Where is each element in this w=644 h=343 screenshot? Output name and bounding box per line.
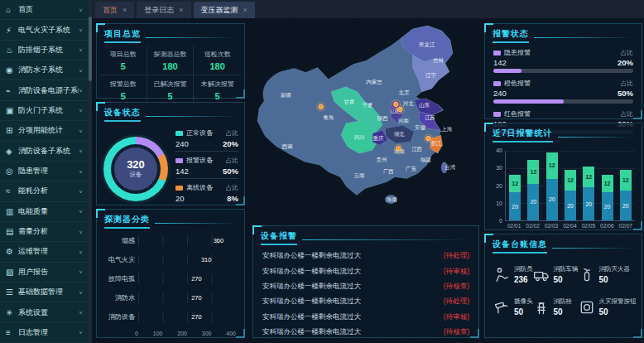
province-label[interactable]: 青海 (323, 114, 334, 121)
tab[interactable]: 登录日志 × (137, 2, 190, 18)
province-label[interactable]: 吉林 (433, 57, 445, 64)
panel-week-alarm-stats: 近7日报警统计 403020100 12 20 12 20 (484, 123, 642, 230)
alarm-count: 240 (493, 89, 618, 98)
legend-value: 20 (175, 194, 227, 203)
stat-label: 探测器总数 (147, 50, 194, 59)
x-axis-tick: 02/05 (580, 223, 597, 229)
province-label[interactable]: 浙江 (430, 140, 442, 147)
sidebar-item[interactable]: ⚙ 运维管理 ∨ (0, 242, 89, 262)
sidebar-item-icon: ♨ (6, 46, 18, 55)
province-label[interactable]: 江苏 (425, 114, 436, 121)
china-map[interactable]: 新疆西藏青海甘肃内蒙古黑龙江吉林辽宁北京河北山西山东河南江苏安徽上海浙江江西福建… (248, 22, 481, 225)
sidebar-item-label: 消防水子系统 (18, 65, 79, 75)
alarm-row[interactable]: 安科瑞办公楼一楼剩余电流过大 (待核查) (253, 325, 478, 340)
sidebar-item[interactable]: ◈ 消防设备子系统 ∨ (0, 142, 89, 162)
province-label[interactable]: 云南 (353, 172, 365, 178)
stat-value: 180 (194, 61, 241, 71)
province-label[interactable]: 台湾 (445, 164, 456, 171)
sidebar-item[interactable]: ⊞ 分项用能统计 ∨ (0, 121, 89, 141)
bar: 270 (138, 292, 204, 303)
sidebar-item[interactable]: ◉ 消防水子系统 ∨ (0, 60, 89, 80)
stat-cell: 报警总数 5 (100, 75, 147, 104)
sidebar-item-label: 系统设置 (18, 307, 79, 318)
province-label[interactable]: 福建 (421, 157, 432, 163)
alarm-row[interactable]: 安科瑞办公楼一楼剩余电流过大 (待处理) (253, 340, 478, 343)
province-label[interactable]: 陕西 (377, 115, 389, 122)
province-label[interactable]: 甘肃 (344, 99, 355, 104)
province-label[interactable]: 黑龙江 (419, 41, 435, 48)
province-label[interactable]: 湖北 (394, 131, 406, 138)
chevron-down-icon: ∨ (79, 310, 83, 315)
province-label[interactable]: 内蒙古 (366, 79, 382, 85)
province-label[interactable]: 河南 (398, 118, 410, 124)
province-label[interactable]: 辽宁 (425, 72, 437, 78)
bar-segment-blue: 20 (546, 179, 558, 220)
stacked-bar: 12 20 (546, 151, 558, 220)
alarm-row[interactable]: 安科瑞办公楼一楼剩余电流过大 (待审核) (253, 310, 478, 325)
sidebar-item[interactable]: ▥ 电能质量 ∨ (0, 202, 89, 222)
detector-bar-row: 烟感 360 (102, 235, 236, 246)
chevron-down-icon: ∨ (79, 209, 83, 214)
province-label[interactable]: 广东 (406, 166, 417, 172)
sidebar-item[interactable]: ⌂ 首页 ∨ (0, 0, 89, 20)
province-label[interactable]: 上海 (441, 126, 453, 133)
alarm-status-badge: (待审核) (444, 312, 469, 322)
province-label[interactable]: 安徽 (415, 124, 426, 131)
bar-value: 310 (201, 256, 212, 263)
sidebar-item[interactable]: ▣ 防火门子系统 ∨ (0, 101, 89, 121)
sidebar-item[interactable]: ◎ 隐患管理 ∨ (0, 162, 89, 181)
panel-alarm-status: 报警状态 隐患报警 占比 142 20% (484, 23, 642, 119)
province-label[interactable]: 广西 (383, 168, 395, 175)
province-label[interactable]: 宁夏 (362, 102, 372, 109)
alarm-point[interactable] (426, 136, 431, 141)
sidebar-item[interactable]: ≡ 日志管理 ∨ (0, 323, 89, 343)
province-label[interactable]: 西藏 (281, 143, 294, 150)
province-label[interactable]: 海南 (387, 196, 398, 203)
sidebar-item-label: 能耗分析 (18, 186, 79, 196)
sidebar-item-icon: ⌁ (6, 86, 18, 95)
sidebar-item-icon: ▥ (6, 207, 18, 216)
tab[interactable]: 首页 × (95, 2, 134, 18)
sidebar-item-icon: ⊞ (6, 126, 18, 135)
sidebar-item-icon: ◈ (6, 147, 18, 156)
sidebar-item[interactable]: ▤ 需量分析 ∨ (0, 222, 89, 242)
sidebar-item[interactable]: ▧ 用户报告 ∨ (0, 263, 89, 283)
x-axis-tick: 02/06 (598, 223, 615, 229)
alarm-row[interactable]: 安科瑞办公楼一楼剩余电流过大 (待审核) (253, 263, 478, 278)
alarm-point[interactable] (393, 102, 398, 107)
legend-swatch (175, 186, 183, 191)
alarm-type-label: 红色报警 (504, 109, 621, 118)
tab-bar: 首页 × 登录日志 × 变压器监测 × (92, 0, 644, 18)
alarm-row[interactable]: 安科瑞办公楼一楼剩余电流过大 (待处理) (253, 249, 478, 263)
bar-track: 360 (138, 235, 236, 246)
province-label[interactable]: 北京 (399, 89, 411, 96)
province-label[interactable]: 山东 (419, 102, 430, 108)
chevron-down-icon: ∨ (79, 189, 83, 194)
close-icon[interactable]: × (243, 6, 248, 14)
sidebar-item[interactable]: ≈ 能耗分析 ∨ (0, 181, 89, 201)
alarm-point[interactable] (319, 104, 324, 109)
sidebar-item-label: 电能质量 (18, 206, 79, 217)
province-label[interactable]: 四川 (353, 134, 364, 141)
province-label[interactable]: 新疆 (281, 92, 292, 99)
tab[interactable]: 变压器监测 × (194, 2, 255, 18)
province-label[interactable]: 江西 (411, 146, 423, 152)
province-label[interactable]: 重庆 (373, 135, 385, 141)
sidebar-item[interactable]: ⌁ 消防设备电源子系统 ∨ (0, 80, 89, 100)
sidebar-item[interactable]: ☰ 基础数据管理 ∨ (0, 283, 89, 302)
sidebar-item[interactable]: ♨ 防排烟子系统 ∨ (0, 41, 89, 60)
sidebar-item[interactable]: ✳ 系统设置 ∨ (0, 302, 89, 322)
sidebar-item[interactable]: ⚡ 电气火灾子系统 ∨ (0, 20, 89, 40)
close-icon[interactable]: × (123, 6, 127, 14)
alarm-status-badge: (待核查) (444, 282, 469, 292)
province-label[interactable]: 贵州 (377, 157, 387, 163)
close-icon[interactable]: × (179, 6, 183, 14)
x-axis-tick: 300 (202, 331, 212, 336)
alarm-row[interactable]: 安科瑞办公楼一楼剩余电流过大 (待处理) (253, 294, 478, 309)
alarm-text: 安科瑞办公楼一楼剩余电流过大 (262, 251, 361, 261)
panel-device-ledger: 设备台账信息 消防员236 消防车辆50 消防灭火器50 摄像头50 消防栓50 (484, 234, 642, 338)
panel-title: 近7日报警统计 (493, 128, 553, 143)
alarm-row[interactable]: 安科瑞办公楼一楼剩余电流过大 (待核查) (253, 279, 478, 294)
province-label[interactable]: 河北 (403, 100, 415, 107)
alarm-point[interactable] (396, 146, 401, 151)
